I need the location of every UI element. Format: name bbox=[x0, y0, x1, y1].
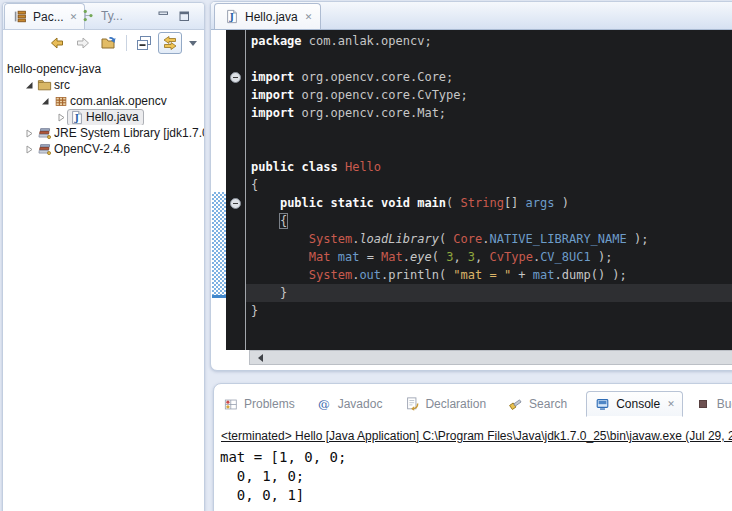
bug-icon bbox=[695, 400, 712, 408]
code-line-14: System.out.println( "mat = " + mat.dump(… bbox=[246, 266, 732, 284]
folding-ruler[interactable] bbox=[226, 30, 245, 350]
tree-item-hello-java[interactable]: JHello.java bbox=[3, 109, 204, 125]
code-line-1: package com.anlak.opencv; bbox=[246, 32, 732, 50]
close-icon[interactable]: ✕ bbox=[665, 399, 675, 409]
code-line-3: import org.opencv.core.Core; bbox=[246, 68, 732, 86]
library-icon bbox=[36, 127, 53, 140]
scroll-left-icon[interactable] bbox=[254, 354, 263, 362]
code-line-2 bbox=[246, 50, 732, 68]
expanded-arrow-icon[interactable] bbox=[38, 97, 52, 106]
code-line-8: public class Hello bbox=[246, 158, 732, 176]
eclipse-workbench: Pac...✕Ty... hello-opencv-javasrccom.anl… bbox=[0, 0, 732, 511]
bottom-tab-label: Problems bbox=[244, 397, 295, 411]
tree-item-label: com.anlak.opencv bbox=[69, 94, 167, 108]
method-range-indicator bbox=[212, 192, 226, 298]
tree-item-label: hello-opencv-java bbox=[6, 62, 101, 76]
bottom-tabbar: Problems@JavadocDeclarationSearchConsole… bbox=[214, 384, 732, 417]
tree-item-label: OpenCV-2.4.6 bbox=[53, 142, 130, 156]
bottom-tab-label: Bug Explorer bbox=[717, 397, 732, 411]
tab-problems[interactable]: Problems bbox=[220, 392, 297, 416]
package-explorer-view: Pac...✕Ty... hello-opencv-javasrccom.anl… bbox=[2, 2, 205, 511]
bottom-tab-label: Console bbox=[616, 397, 660, 411]
tree-selection: JHello.java bbox=[67, 109, 144, 125]
go-into-icon bbox=[101, 35, 117, 51]
maximize-button[interactable] bbox=[178, 10, 191, 23]
tree-item-hello-opencv-java[interactable]: hello-opencv-java bbox=[3, 61, 204, 77]
close-icon[interactable]: ✕ bbox=[303, 12, 313, 22]
collapse-all-button[interactable] bbox=[132, 32, 156, 54]
code-line-15: } bbox=[246, 284, 732, 302]
declaration-icon bbox=[403, 397, 420, 411]
fold-collapse-icon[interactable] bbox=[230, 72, 241, 83]
svg-text:J: J bbox=[228, 12, 233, 22]
code-line-10: public static void main( String[] args ) bbox=[246, 194, 732, 212]
bottom-tab-label: Declaration bbox=[425, 397, 486, 411]
tree-item-opencv-2-4-6[interactable]: OpenCV-2.4.6 bbox=[3, 141, 204, 157]
problems-icon bbox=[222, 398, 239, 411]
fold-collapse-icon[interactable] bbox=[230, 198, 241, 209]
tab-search[interactable]: Search bbox=[505, 392, 569, 416]
console-process-title: <terminated> Hello [Java Application] C:… bbox=[221, 429, 732, 443]
go-into-button[interactable] bbox=[97, 32, 121, 54]
collapsed-arrow-icon[interactable] bbox=[54, 113, 68, 122]
editor-area: J Hello.java ✕ package com.anlak.opencv;… bbox=[210, 1, 732, 371]
editor-tab-label: Hello.java bbox=[245, 10, 298, 24]
type-hierarchy-icon bbox=[80, 9, 97, 22]
bottom-tab-label: Javadoc bbox=[338, 397, 383, 411]
code-line-4: import org.opencv.core.CvType; bbox=[246, 86, 732, 104]
code-line-5: import org.opencv.core.Mat; bbox=[246, 104, 732, 122]
package-explorer-toolbar bbox=[3, 30, 204, 56]
toolbar-separator bbox=[126, 35, 127, 51]
package-icon bbox=[52, 95, 69, 108]
java-file-icon: J bbox=[69, 110, 85, 125]
forward-button[interactable] bbox=[71, 32, 95, 54]
range-indicator-ruler bbox=[212, 30, 226, 350]
tree-item-com-anlak-opencv[interactable]: com.anlak.opencv bbox=[3, 93, 204, 109]
editor-body: package com.anlak.opencv;import org.open… bbox=[212, 30, 732, 350]
code-line-12: System.loadLibrary( Core.NATIVE_LIBRARY_… bbox=[246, 230, 732, 248]
library-icon bbox=[36, 143, 53, 156]
expanded-arrow-icon[interactable] bbox=[22, 81, 36, 90]
code-line-13: Mat mat = Mat.eye( 3, 3, CvType.CV_8UC1 … bbox=[246, 248, 732, 266]
view-menu-icon bbox=[188, 38, 198, 48]
back-icon bbox=[49, 35, 65, 51]
console-output[interactable]: mat = [1, 0, 0; 0, 1, 0; 0, 0, 1] bbox=[220, 448, 346, 505]
svg-text:@: @ bbox=[318, 397, 330, 411]
collapse-all-icon bbox=[136, 35, 152, 51]
minimize-button[interactable] bbox=[157, 10, 170, 23]
tree-item-label: Hello.java bbox=[85, 110, 139, 124]
back-button[interactable] bbox=[45, 32, 69, 54]
tree-item-label: JRE System Library [jdk1.7.0_25] bbox=[53, 126, 204, 140]
tree-item-label: src bbox=[53, 78, 70, 92]
tab-javadoc[interactable]: @Javadoc bbox=[314, 392, 385, 416]
tab-console[interactable]: Console✕ bbox=[586, 391, 683, 417]
search-icon bbox=[507, 397, 524, 411]
code-editor[interactable]: package com.anlak.opencv;import org.open… bbox=[246, 30, 732, 350]
tab-bug-explorer[interactable]: Bug Explorer bbox=[693, 392, 732, 416]
horizontal-scrollbar[interactable] bbox=[249, 350, 732, 365]
svg-text:J: J bbox=[74, 113, 79, 123]
collapsed-arrow-icon[interactable] bbox=[22, 129, 36, 138]
view-tabbar: Pac...✕Ty... bbox=[3, 3, 204, 30]
project-tree[interactable]: hello-opencv-javasrccom.anlak.opencvJHel… bbox=[3, 56, 204, 157]
code-line-9: { bbox=[246, 176, 732, 194]
editor-tabbar: J Hello.java ✕ bbox=[211, 2, 732, 30]
scrollbar-spacer bbox=[212, 350, 249, 365]
tab-declaration[interactable]: Declaration bbox=[401, 392, 488, 416]
view-tab-ty[interactable]: Ty... bbox=[73, 3, 130, 28]
javadoc-icon: @ bbox=[316, 397, 333, 411]
tree-item-jre-system-library-jdk1-7-0-25[interactable]: JRE System Library [jdk1.7.0_25] bbox=[3, 125, 204, 141]
code-line-6 bbox=[246, 122, 732, 140]
editor-tab-hello-java[interactable]: J Hello.java ✕ bbox=[214, 3, 321, 29]
code-line-11: { bbox=[246, 212, 732, 230]
view-tab-label: Ty... bbox=[101, 9, 123, 23]
link-with-editor-button[interactable] bbox=[158, 32, 182, 54]
view-menu-button[interactable] bbox=[184, 32, 201, 54]
bottom-tab-label: Search bbox=[529, 397, 567, 411]
java-file-icon: J bbox=[223, 9, 240, 24]
console-icon bbox=[594, 398, 611, 411]
tree-item-src[interactable]: src bbox=[3, 77, 204, 93]
view-tab-label: Pac... bbox=[33, 10, 64, 24]
collapsed-arrow-icon[interactable] bbox=[22, 145, 36, 154]
source-folder-icon bbox=[36, 78, 53, 92]
